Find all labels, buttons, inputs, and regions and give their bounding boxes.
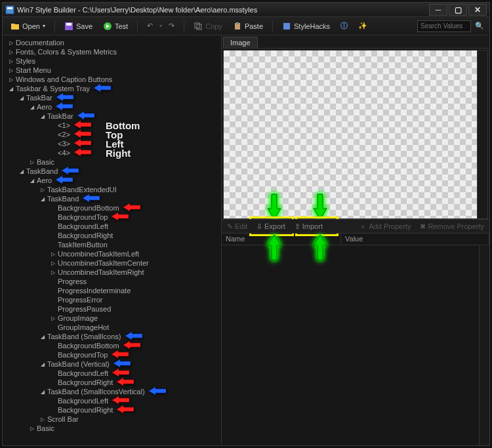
redo-button[interactable]: ↷ (165, 20, 178, 31)
add-property-button[interactable]: ＋ Add Property (357, 221, 413, 232)
export-button[interactable]: ⇩ Export (254, 222, 288, 232)
expand-icon[interactable]: ▷ (39, 187, 46, 193)
import-button[interactable]: ⇧ Import (292, 222, 325, 232)
search-button[interactable]: 🔍 (474, 20, 485, 31)
tree-item[interactable]: BackgroundLeft (3, 396, 221, 405)
tree-item-label: Windows and Caption Buttons (16, 75, 112, 83)
tree-item[interactable]: ▷Styles (3, 56, 221, 66)
tree-item[interactable]: ▷UncombinedTaskItemCenter (3, 258, 221, 268)
tree-item[interactable]: ▷Documentation (3, 38, 221, 47)
collapse-icon[interactable]: ◢ (39, 389, 46, 395)
save-button[interactable]: Save (60, 20, 96, 32)
tree-item[interactable]: ProgressPaused (3, 304, 221, 314)
collapse-icon[interactable]: ◢ (18, 169, 25, 174)
collapse-icon[interactable]: ◢ (39, 113, 46, 119)
tree-item[interactable]: BackgroundRight (3, 231, 221, 240)
tree-item[interactable]: ProgressIndeterminate (3, 286, 221, 295)
search-input[interactable] (417, 20, 471, 32)
blue-arrow-annotation (149, 386, 166, 397)
expand-icon[interactable]: ▷ (50, 270, 56, 275)
tree-item[interactable]: ▷GroupImage (3, 314, 221, 323)
tree-item[interactable]: ▷UncombinedTaskItemRight (3, 268, 221, 277)
stylehacks-button[interactable]: StyleHacks (278, 20, 334, 32)
tree-item[interactable]: BackgroundRight (3, 378, 221, 387)
tree-item[interactable]: ▷Windows and Caption Buttons (3, 75, 221, 84)
tree-item[interactable]: ▷Scroll Bar (3, 415, 221, 424)
collapse-icon[interactable]: ◢ (39, 196, 46, 202)
tree-item[interactable]: TaskItemButton (3, 240, 221, 249)
expand-icon[interactable]: ▷ (8, 40, 14, 46)
tree-item[interactable]: ◢TaskBand (3, 194, 221, 203)
tree-item-label: Aero (37, 176, 52, 184)
tree-item[interactable]: Progress (3, 277, 221, 286)
tree-item[interactable]: ◢Aero (3, 176, 221, 185)
tree-item[interactable]: ◢Taskbar & System Tray (3, 84, 221, 93)
maximize-button[interactable]: ▢ (449, 4, 467, 16)
collapse-icon[interactable]: ◢ (29, 104, 35, 110)
tree-item[interactable]: ▷Start Menu (3, 66, 221, 75)
expand-icon[interactable]: ▷ (8, 77, 14, 83)
info-button[interactable]: ⓘ (337, 20, 352, 32)
tree-item[interactable]: ProgressError (3, 295, 221, 304)
collapse-icon[interactable]: ◢ (8, 86, 14, 92)
tree-item[interactable]: BackgroundRight (3, 405, 221, 415)
tree-item-label: ProgressPaused (58, 305, 111, 313)
toolbar: Open ▾ Save Test ↶ ▾ ↷ Copy Paste StyleH… (3, 17, 489, 35)
undo-button[interactable]: ↶ (143, 20, 157, 31)
tree-item[interactable]: <4>Right (3, 148, 221, 157)
minimize-button[interactable]: ─ (429, 4, 447, 16)
col-name[interactable]: Name (222, 234, 341, 245)
tree-item[interactable]: BackgroundTop (3, 213, 221, 222)
expand-icon[interactable]: ▷ (29, 159, 35, 165)
tree-item[interactable]: BackgroundTop (3, 350, 221, 359)
image-scrollbar[interactable] (477, 51, 487, 218)
close-button[interactable]: ✕ (468, 4, 487, 16)
collapse-icon[interactable]: ◢ (39, 361, 46, 367)
blue-arrow-annotation (56, 175, 73, 186)
tree-item[interactable]: ▷TaskBandExtendedUI (3, 185, 221, 194)
expand-icon[interactable]: ▷ (39, 417, 46, 422)
collapse-icon[interactable]: ◢ (39, 334, 46, 340)
tree-item-label: ProgressIndeterminate (58, 287, 131, 295)
tree-item[interactable]: ▷Basic (3, 424, 221, 433)
tree-item[interactable]: BackgroundLeft (3, 369, 221, 378)
tree-item[interactable]: ◢TaskBar (3, 93, 221, 102)
tree-item[interactable]: ◢TaskBand (3, 167, 221, 176)
tree-item[interactable]: BackgroundBottom (3, 341, 221, 350)
edit-button[interactable]: ✎ Edit (224, 222, 250, 232)
tree-item[interactable]: ◢TaskBand (Vertical) (3, 359, 221, 369)
tree-item[interactable]: ▷Basic (3, 157, 221, 167)
tree-item[interactable]: ▷UncombinedTaskItemLeft (3, 249, 221, 258)
tree-item[interactable]: ◢Aero (3, 102, 221, 112)
expand-icon[interactable]: ▷ (29, 426, 35, 432)
paste-button[interactable]: Paste (229, 20, 267, 32)
expand-icon[interactable]: ▷ (50, 316, 56, 321)
tree-item[interactable]: ◢TaskBand (SmallIcons) (3, 332, 221, 341)
expand-icon[interactable]: ▷ (50, 260, 56, 266)
col-value[interactable]: Value (341, 234, 489, 245)
expand-icon[interactable]: ▷ (8, 58, 14, 64)
tree-item[interactable]: BackgroundLeft (3, 222, 221, 231)
tree-item-label: <1> (58, 121, 70, 129)
expand-icon[interactable]: ▷ (8, 49, 14, 55)
copy-button[interactable]: Copy (190, 20, 226, 32)
expand-icon[interactable]: ▷ (8, 68, 14, 73)
tab-image[interactable]: Image (223, 37, 258, 48)
collapse-icon[interactable]: ◢ (18, 95, 25, 101)
tree-pane[interactable]: ▷Documentation▷Fonts, Colors & System Me… (3, 35, 222, 445)
copy-icon (194, 22, 203, 31)
play-icon (103, 22, 112, 31)
tree-item[interactable]: BackgroundBottom (3, 203, 221, 213)
open-button[interactable]: Open ▾ (7, 20, 49, 32)
tree-item[interactable]: GroupImageHot (3, 323, 221, 332)
collapse-icon[interactable]: ◢ (29, 178, 35, 184)
table-scrollbar[interactable] (479, 245, 489, 445)
tree-item-label: Progress (58, 277, 87, 285)
tree-item[interactable]: ◢TaskBand (SmallIconsVertical) (3, 387, 221, 396)
remove-property-button[interactable]: ✖ Remove Property (417, 222, 487, 232)
expand-icon[interactable]: ▷ (50, 251, 56, 257)
wand-button[interactable]: ✨ (354, 20, 371, 31)
tree-item[interactable]: ▷Fonts, Colors & System Metrics (3, 47, 221, 56)
test-button[interactable]: Test (99, 20, 132, 32)
image-preview[interactable] (223, 50, 488, 219)
